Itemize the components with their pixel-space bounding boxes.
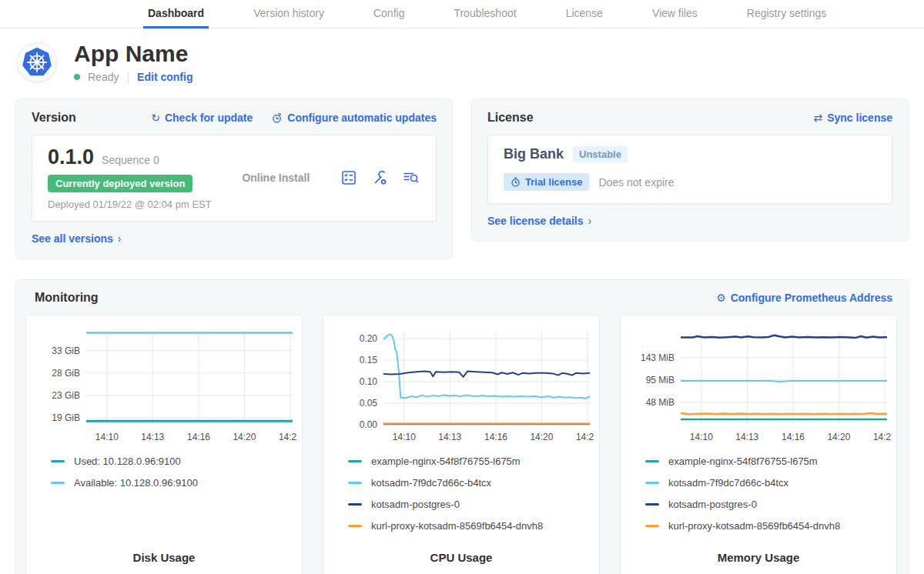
legend-label: example-nginx-54f8f76755-l675m — [371, 456, 521, 467]
see-license-details-link[interactable]: See license details › — [487, 215, 591, 227]
edit-config-version-button[interactable] — [371, 169, 388, 186]
legend-item: example-nginx-54f8f76755-l675m — [645, 456, 890, 467]
version-panel-title: Version — [32, 111, 76, 125]
legend-label: Available: 10.128.0.96:9100 — [74, 477, 198, 489]
memory-usage-chart-card: 14:1014:1314:1614:2014:2348 MiB95 MiB143… — [620, 315, 897, 574]
memory-usage-chart[interactable]: 14:1014:1314:1614:2014:2348 MiB95 MiB143… — [627, 323, 892, 446]
y-axis-tick-label: 19 GiB — [52, 412, 80, 423]
cpu-usage-chart[interactable]: 14:1014:1314:1614:2014:230.000.050.100.1… — [330, 323, 594, 446]
sync-license-link[interactable]: ⇄ Sync license — [813, 112, 892, 124]
version-info: 0.1.0 Sequence 0 Currently deployed vers… — [48, 145, 212, 210]
chart-title: Disk Usage — [32, 540, 296, 564]
x-axis-tick-label: 14:16 — [187, 432, 210, 442]
x-axis-tick-label: 14:23 — [279, 432, 297, 442]
divider: | — [126, 71, 129, 83]
license-card: Big Bank Unstable Trial license — [487, 135, 892, 204]
refresh-icon: ↻ — [151, 112, 160, 124]
x-axis-tick-label: 14:13 — [735, 432, 758, 442]
y-axis-tick-label: 33 GiB — [52, 345, 80, 356]
version-actions — [340, 169, 420, 186]
x-axis-tick-label: 14:23 — [873, 432, 892, 442]
legend-label: kurl-proxy-kotsadm-8569fb6454-dnvh8 — [668, 520, 840, 532]
charts-row: 14:1014:1314:1614:2014:2319 GiB23 GiB28 … — [25, 315, 899, 574]
disk-usage-chart-card: 14:1014:1314:1614:2014:2319 GiB23 GiB28 … — [25, 315, 303, 574]
x-axis-tick-label: 14:16 — [484, 432, 507, 442]
legend-item: kurl-proxy-kotsadm-8569fb6454-dnvh8 — [348, 520, 593, 532]
status-dot — [74, 74, 80, 80]
top-navigation: Dashboard Version history Config Trouble… — [0, 0, 924, 28]
edit-config-link[interactable]: Edit config — [137, 71, 192, 83]
tab-view-files[interactable]: View files — [648, 0, 702, 28]
license-panel-title: License — [487, 111, 534, 125]
tab-license[interactable]: License — [561, 0, 608, 28]
summary-row: Version ↻ Check for update — [15, 98, 909, 259]
sync-icon: ⇄ — [813, 112, 822, 124]
channel-badge: Unstable — [573, 146, 628, 162]
schedule-clock-icon — [271, 112, 283, 124]
legend-item: kotsadm-7f9dc7d66c-b4tcx — [348, 477, 593, 489]
legend-label: kotsadm-postgres-0 — [668, 499, 757, 510]
disk-usage-legend: Used: 10.128.0.96:9100Available: 10.128.… — [32, 446, 296, 489]
y-axis-tick-label: 48 MiB — [646, 397, 675, 408]
x-axis-tick-label: 14:20 — [233, 432, 256, 442]
legend-label: Used: 10.128.0.96:9100 — [74, 456, 181, 467]
chart-title: Memory Usage — [627, 540, 890, 564]
x-axis-tick-label: 14:20 — [530, 432, 553, 442]
legend-dash-icon — [348, 503, 362, 506]
license-expiry: Does not expire — [598, 176, 674, 189]
app-header: App Name Ready | Edit config — [15, 41, 909, 83]
deployed-timestamp: Deployed 01/19/22 @ 02:04 pm EST — [48, 199, 212, 210]
x-axis-tick-label: 14:10 — [393, 432, 416, 442]
legend-label: kurl-proxy-kotsadm-8569fb6454-dnvh8 — [371, 520, 543, 532]
y-axis-tick-label: 23 GiB — [52, 390, 80, 401]
legend-item: example-nginx-54f8f76755-l675m — [348, 456, 593, 467]
tab-version-history[interactable]: Version history — [249, 0, 329, 28]
x-axis-tick-label: 14:16 — [782, 432, 805, 442]
series-line — [681, 413, 887, 414]
y-axis-tick-label: 143 MiB — [641, 352, 675, 363]
preflight-checks-button[interactable] — [340, 169, 357, 186]
see-all-versions-link[interactable]: See all versions › — [32, 232, 122, 245]
configure-prometheus-link[interactable]: ⚙ Configure Prometheus Address — [716, 292, 892, 304]
app-title-block: App Name Ready | Edit config — [74, 41, 192, 83]
memory-usage-legend: example-nginx-54f8f76755-l675mkotsadm-7f… — [627, 446, 890, 532]
y-axis-tick-label: 0.20 — [360, 333, 378, 344]
tab-config[interactable]: Config — [369, 0, 409, 28]
legend-dash-icon — [348, 460, 362, 462]
y-axis-tick-label: 0.15 — [360, 355, 378, 365]
legend-dash-icon — [51, 482, 65, 484]
legend-dash-icon — [645, 525, 659, 527]
legend-item: Available: 10.128.0.96:9100 — [51, 477, 296, 489]
x-axis-tick-label: 14:13 — [438, 432, 461, 442]
y-axis-tick-label: 0.05 — [360, 398, 378, 409]
legend-item: kurl-proxy-kotsadm-8569fb6454-dnvh8 — [645, 520, 890, 532]
wrench-gear-icon — [371, 177, 388, 189]
x-axis-tick-label: 14:10 — [95, 432, 119, 442]
monitoring-panel: Monitoring ⚙ Configure Prometheus Addres… — [15, 279, 909, 574]
y-axis-tick-label: 0.10 — [360, 376, 378, 387]
version-sequence: Sequence 0 — [102, 154, 159, 166]
chart-title: CPU Usage — [330, 540, 593, 564]
configure-automatic-updates-link[interactable]: Configure automatic updates — [271, 112, 437, 124]
dashboard-page: App Name Ready | Edit config Version ↻ C… — [0, 41, 924, 574]
tab-registry-settings[interactable]: Registry settings — [742, 0, 831, 28]
version-number: 0.1.0 — [48, 145, 94, 169]
diff-search-icon — [402, 177, 420, 189]
kubernetes-logo-icon — [17, 42, 57, 82]
tab-troubleshoot[interactable]: Troubleshoot — [449, 0, 521, 28]
disk-usage-chart[interactable]: 14:1014:1314:1614:2014:2319 GiB23 GiB28 … — [32, 323, 297, 446]
legend-label: example-nginx-54f8f76755-l675m — [668, 456, 818, 467]
app-name: App Name — [74, 41, 192, 66]
monitoring-title: Monitoring — [35, 291, 99, 305]
legend-label: kotsadm-7f9dc7d66c-b4tcx — [668, 477, 788, 489]
legend-dash-icon — [645, 503, 659, 506]
tab-dashboard[interactable]: Dashboard — [143, 0, 209, 28]
x-axis-tick-label: 14:13 — [141, 432, 164, 442]
legend-label: kotsadm-7f9dc7d66c-b4tcx — [371, 477, 491, 489]
check-for-update-link[interactable]: ↻ Check for update — [151, 112, 253, 124]
deployed-badge: Currently deployed version — [48, 175, 192, 192]
legend-item: Used: 10.128.0.96:9100 — [51, 456, 296, 467]
legend-dash-icon — [51, 460, 65, 462]
view-diff-button[interactable] — [402, 169, 420, 186]
stopwatch-icon — [511, 177, 521, 187]
